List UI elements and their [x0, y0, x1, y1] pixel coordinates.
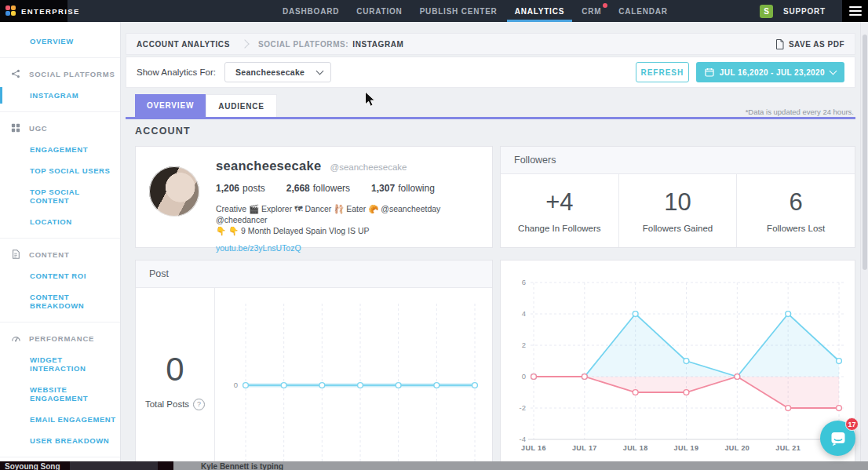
crm-notification-dot	[603, 3, 607, 8]
sidebar-section-social-platforms: SOCIAL PLATFORMSINSTAGRAM	[0, 58, 120, 112]
chevron-down-icon	[830, 67, 837, 75]
chat-unread-badge: 17	[845, 417, 859, 431]
sidebar-item-engagement[interactable]: ENGAGEMENT	[0, 139, 120, 160]
svg-text:JUL 16: JUL 16	[521, 444, 546, 452]
brand-name: ENTERPRISE	[21, 7, 80, 16]
followers-change-chart: 6420-2-4JUL 16JUL 17JUL 18JUL 19JUL 20JU…	[501, 261, 855, 470]
performance-icon	[11, 333, 20, 343]
svg-text:-4: -4	[520, 435, 526, 443]
user-avatar-badge[interactable]: S	[760, 5, 773, 18]
svg-text:JUL 20: JUL 20	[724, 444, 749, 452]
sidebar-item-content-roi[interactable]: CONTENT ROI	[0, 265, 120, 286]
content-icon	[11, 250, 20, 259]
chat-launcher-button[interactable]: 17	[820, 421, 855, 456]
stat-change-in-followers: +4 Change In Followers	[501, 174, 619, 247]
nav-item-crm[interactable]: CRM	[580, 0, 603, 22]
sidebar-item-email-engagement[interactable]: EMAIL ENGAGEMENT	[0, 409, 120, 430]
total-posts-stat: 0 Total Posts ?	[136, 288, 215, 470]
svg-text:0: 0	[522, 372, 526, 381]
account-profile-panel: seancheesecake @seancheesecake 1,206post…	[135, 146, 493, 248]
breadcrumb-platform-value: INSTAGRAM	[352, 40, 403, 49]
chevron-down-icon	[316, 67, 324, 75]
sidebar-item-location[interactable]: LOCATION	[0, 211, 120, 232]
sidebar-section-performance: PERFORMANCEWIDGET INTERACTIONWEBSITE ENG…	[0, 322, 120, 457]
sidebar-heading-content: CONTENT	[0, 243, 120, 265]
total-posts-label: Total Posts ?	[145, 399, 205, 410]
share-icon	[11, 69, 20, 78]
svg-text:-2: -2	[520, 403, 526, 412]
sidebar-section-content: CONTENTCONTENT ROICONTENT BREAKDOWN	[0, 239, 120, 322]
participant-controls	[70, 461, 158, 470]
sidebar-section-overview: OVERVIEW	[0, 22, 120, 58]
stat-following: 1,307following	[371, 183, 435, 194]
breadcrumb: ACCOUNT ANALYTICS SOCIAL PLATFORMS: INST…	[126, 33, 855, 55]
app-logo[interactable]: ENTERPRISE	[0, 0, 67, 22]
typing-indicator: Kyle Bennett is typing	[173, 461, 868, 470]
stat-followers-lost: 6 Followers Lost	[737, 174, 855, 247]
svg-text:6: 6	[522, 278, 526, 286]
total-posts-chart: 0	[215, 288, 492, 470]
sidebar-section-ugc: UGCENGAGEMENTTOP SOCIAL USERSTOP SOCIAL …	[0, 112, 120, 239]
topbar-right: S SUPPORT	[760, 0, 868, 22]
help-icon[interactable]: ?	[193, 399, 205, 410]
account-section-title: ACCOUNT	[135, 126, 191, 137]
tab-accent-bar	[126, 117, 855, 119]
svg-text:2: 2	[522, 341, 526, 349]
nav-item-dashboard[interactable]: DASHBOARD	[281, 0, 341, 22]
nav-item-analytics[interactable]: ANALYTICS	[513, 0, 567, 22]
sidebar-item-user-breakdown[interactable]: USER BREAKDOWN	[0, 430, 120, 451]
nav-item-publish-center[interactable]: PUBLISH CENTER	[418, 0, 499, 22]
profile-bio: Creative 🎬 Explorer 🗺 Dancer 🩰 Eater 🥐 @…	[216, 203, 479, 236]
profile-handle: @seancheesecake	[330, 162, 407, 172]
logo-icon	[5, 5, 16, 16]
profile-stats: 1,206posts 2,668followers 1,307following	[216, 183, 479, 194]
sidebar-heading-ugc: UGC	[0, 117, 120, 139]
topbar: ENTERPRISE DASHBOARDCURATIONPUBLISH CENT…	[0, 0, 868, 22]
scrollbar-thumb[interactable]	[863, 35, 867, 270]
save-as-pdf-button[interactable]: SAVE AS PDF	[775, 39, 844, 49]
meeting-overlay-bar: Soyoung Song Kyle Bennett is typing	[0, 461, 868, 470]
total-posts-value: 0	[166, 351, 184, 388]
followers-stats: +4 Change In Followers 10 Followers Gain…	[501, 174, 855, 247]
date-range-picker[interactable]: JUL 16,2020 - JUL 23,2020	[696, 62, 844, 82]
total-posts-chart-area: 0	[215, 288, 492, 470]
profile-avatar	[149, 166, 199, 217]
breadcrumb-chevron-icon	[240, 39, 249, 48]
sidebar-heading-social-platforms: SOCIAL PLATFORMS	[0, 63, 120, 85]
followers-chart-panel: 6420-2-4JUL 16JUL 17JUL 18JUL 19JUL 20JU…	[500, 260, 855, 470]
nav-item-curation[interactable]: CURATION	[355, 0, 403, 22]
profile-username: seancheesecake	[216, 158, 321, 173]
stat-followers: 2,668followers	[286, 183, 350, 194]
sidebar: OVERVIEWSOCIAL PLATFORMSINSTAGRAMUGCENGA…	[0, 22, 121, 470]
analytics-tabs: OVERVIEW AUDIENCE	[135, 94, 277, 117]
support-link[interactable]: SUPPORT	[783, 7, 826, 16]
sidebar-item-overview[interactable]: OVERVIEW	[0, 31, 120, 52]
sidebar-item-widget-interaction[interactable]: WIDGET INTERACTION	[0, 349, 120, 379]
chat-bubble-icon	[830, 430, 847, 447]
tab-overview[interactable]: OVERVIEW	[135, 94, 206, 117]
refresh-button[interactable]: REFRESH	[636, 62, 689, 82]
save-as-pdf-label: SAVE AS PDF	[789, 40, 844, 49]
account-select-value: Seancheesecake	[235, 67, 305, 77]
profile-link[interactable]: youtu.be/z3yLnsUTozQ	[216, 243, 479, 253]
sidebar-item-top-social-users[interactable]: TOP SOCIAL USERS	[0, 160, 120, 181]
sidebar-item-instagram[interactable]: INSTAGRAM	[0, 85, 120, 106]
tab-audience[interactable]: AUDIENCE	[206, 94, 277, 117]
account-select-dropdown[interactable]: Seancheesecake	[224, 62, 331, 82]
hamburger-menu-icon[interactable]	[842, 0, 868, 22]
post-panel: Post 0 Total Posts ? 0	[135, 260, 493, 470]
analytics-toolbar: Show Analytics For: Seancheesecake REFRE…	[126, 56, 855, 88]
nav-item-calendar[interactable]: CALENDAR	[617, 0, 669, 22]
date-range-label: JUL 16,2020 - JUL 23,2020	[720, 68, 825, 77]
followers-chart-area: 6420-2-4JUL 16JUL 17JUL 18JUL 19JUL 20JU…	[501, 261, 855, 470]
sidebar-item-website-engagement[interactable]: WEBSITE ENGAGEMENT	[0, 379, 120, 409]
participant-name-tag: Soyoung Song	[0, 461, 173, 470]
sidebar-item-top-social-content[interactable]: TOP SOCIAL CONTENT	[0, 181, 120, 211]
post-panel-title: Post	[149, 268, 169, 279]
show-analytics-label: Show Analytics For:	[137, 67, 216, 77]
breadcrumb-account-analytics[interactable]: ACCOUNT ANALYTICS	[137, 40, 230, 49]
svg-text:4: 4	[522, 309, 526, 318]
breadcrumb-platform-label: SOCIAL PLATFORMS:	[258, 40, 348, 49]
page-scrollbar	[860, 22, 868, 470]
sidebar-item-content-breakdown[interactable]: CONTENT BREAKDOWN	[0, 286, 120, 316]
